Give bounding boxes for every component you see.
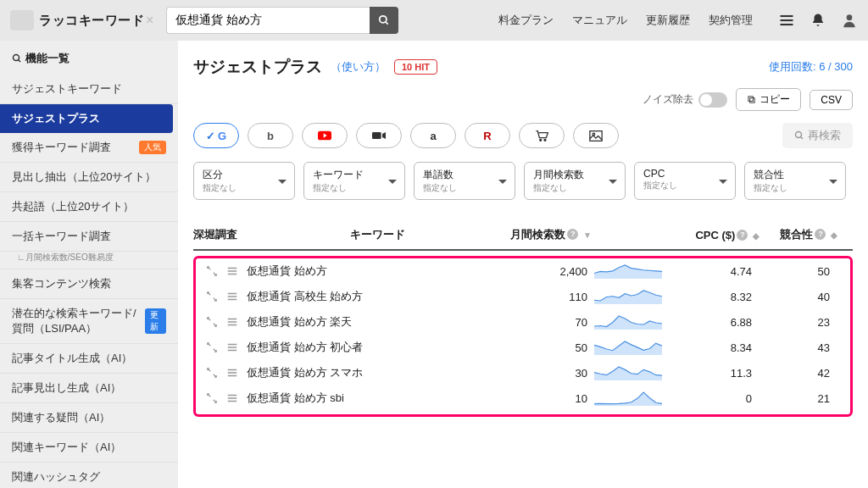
usage-count: 使用回数: 6 / 300 — [769, 59, 853, 75]
sidebar-header-label: 機能一覧 — [25, 51, 70, 66]
list-icon[interactable] — [226, 316, 238, 328]
sidebar-item-label: 関連ハッシュタグ — [12, 469, 100, 485]
filter-label: 区分 — [203, 168, 270, 182]
keyword-cell[interactable]: 仮想通貨 始め方 初心者 — [238, 340, 520, 355]
filter-select[interactable]: 単語数指定なし — [414, 162, 515, 200]
help-icon[interactable]: ? — [737, 230, 748, 241]
keyword-cell[interactable]: 仮想通貨 始め方 — [238, 263, 520, 279]
col-keyword[interactable]: キーワード — [266, 227, 488, 242]
copy-button[interactable]: コピー — [736, 88, 801, 111]
filter-select[interactable]: 区分指定なし — [193, 162, 295, 200]
nav-plan[interactable]: 料金プラン — [498, 13, 554, 28]
list-icon[interactable] — [226, 392, 238, 404]
sidebar-item[interactable]: 記事タイトル生成（AI） — [0, 344, 178, 374]
table-header: 深堀調査 キーワード 月間検索数? ▼ CPC ($)? ◆ 競合性? ◆ — [193, 220, 853, 251]
filter-value: 指定なし — [754, 182, 821, 194]
sidebar-item[interactable]: 一括キーワード調査 — [0, 222, 178, 252]
table-row: 仮想通貨 始め方 初心者508.3443 — [196, 335, 850, 360]
list-icon[interactable] — [226, 367, 238, 379]
table-row: 仮想通貨 始め方 おすすめ1000 — [196, 411, 850, 417]
keyword-cell[interactable]: 仮想通貨 始め方 楽天 — [238, 314, 520, 330]
copy-icon — [747, 95, 756, 104]
table-row: 仮想通貨 始め方2,4004.7450 — [196, 258, 850, 284]
svg-rect-9 — [748, 97, 754, 102]
csv-button[interactable]: CSV — [810, 90, 853, 110]
filter-label: 競合性 — [754, 168, 821, 182]
engine-amazon[interactable]: a — [410, 123, 456, 148]
sidebar-item[interactable]: 関連キーワード（AI） — [0, 433, 178, 463]
svg-point-12 — [540, 139, 542, 141]
engine-image[interactable] — [573, 123, 619, 148]
expand-icon[interactable] — [206, 341, 218, 353]
filter-select[interactable]: キーワード指定なし — [303, 162, 405, 200]
expand-icon[interactable] — [206, 291, 218, 302]
col-volume[interactable]: 月間検索数? ▼ — [488, 227, 598, 242]
expand-icon[interactable] — [206, 316, 218, 328]
filter-select[interactable]: CPC指定なし — [634, 162, 736, 200]
engine-youtube[interactable] — [302, 123, 348, 148]
cpc-cell: 0 — [672, 392, 765, 405]
sidebar-badge: 更新 — [145, 308, 166, 334]
bell-icon[interactable] — [810, 13, 826, 28]
research-button[interactable]: 再検索 — [782, 123, 853, 148]
filter-select[interactable]: 競合性指定なし — [744, 162, 846, 200]
keyword-cell[interactable]: 仮想通貨 始め方 スマホ — [238, 365, 520, 380]
sidebar-item-label: 集客コンテンツ検索 — [12, 276, 111, 291]
brand-logo[interactable]: ラッコキーワード — [10, 10, 144, 30]
table-row: 仮想通貨 始め方 楽天706.8823 — [196, 309, 850, 335]
keyword-cell[interactable]: 仮想通貨 始め方 おすすめ — [238, 416, 520, 417]
filter-value: 指定なし — [423, 182, 491, 194]
col-competition[interactable]: 競合性? ◆ — [768, 227, 853, 242]
filter-value: 指定なし — [533, 182, 601, 194]
sidebar-item[interactable]: サジェストプラス — [0, 104, 173, 133]
keyword-cell[interactable]: 仮想通貨 始め方 sbi — [238, 391, 520, 406]
sidebar-item[interactable]: 集客コンテンツ検索 — [0, 269, 178, 299]
volume-cell: 110 — [520, 291, 587, 303]
list-icon[interactable] — [226, 291, 238, 302]
sidebar-item[interactable]: 見出し抽出（上位20サイト） — [0, 163, 178, 192]
list-icon[interactable] — [226, 265, 238, 277]
sparkline — [594, 416, 662, 417]
search-button[interactable] — [370, 7, 398, 34]
sidebar-item[interactable]: 関連ハッシュタグ — [0, 463, 178, 488]
sidebar-item[interactable]: 獲得キーワード調査人気 — [0, 133, 178, 163]
clear-icon[interactable]: × — [146, 13, 153, 28]
engine-rakuten[interactable]: R — [465, 123, 510, 148]
sidebar-item[interactable]: 関連する疑問（AI） — [0, 403, 178, 433]
sidebar-badge: 人気 — [139, 141, 166, 154]
sidebar-item[interactable]: 共起語（上位20サイト） — [0, 192, 178, 222]
svg-line-7 — [19, 60, 21, 63]
user-icon[interactable] — [841, 12, 858, 29]
list-icon[interactable] — [226, 341, 238, 353]
sidebar-item-label: 関連キーワード（AI） — [12, 440, 121, 455]
noise-toggle[interactable] — [698, 92, 727, 108]
col-cpc[interactable]: CPC ($)? ◆ — [675, 229, 768, 241]
expand-icon[interactable] — [206, 367, 218, 379]
keyword-cell[interactable]: 仮想通貨 高校生 始め方 — [238, 289, 520, 304]
expand-icon[interactable] — [206, 265, 218, 277]
svg-point-6 — [14, 55, 19, 61]
engine-video[interactable] — [356, 123, 402, 148]
menu-icon[interactable] — [778, 12, 795, 29]
nav-manual[interactable]: マニュアル — [572, 13, 627, 28]
noise-label: ノイズ除去 — [643, 92, 693, 107]
howto-link[interactable]: （使い方） — [331, 59, 386, 75]
sidebar-item-label: 関連する疑問（AI） — [12, 410, 110, 425]
sidebar-item[interactable]: サジェストキーワード — [0, 75, 178, 104]
sidebar-item-label: 記事タイトル生成（AI） — [12, 351, 132, 366]
filter-select[interactable]: 月間検索数指定なし — [524, 162, 626, 200]
competition-cell: 40 — [765, 291, 850, 303]
nav-history[interactable]: 更新履歴 — [646, 13, 690, 28]
engine-bing[interactable]: b — [248, 123, 293, 148]
sort-icon: ◆ — [831, 230, 837, 240]
search-input[interactable] — [166, 7, 370, 34]
sidebar-item[interactable]: 記事見出し生成（AI） — [0, 374, 178, 403]
nav-contract[interactable]: 契約管理 — [709, 13, 753, 28]
engine-shopping[interactable] — [519, 123, 565, 148]
help-icon[interactable]: ? — [815, 229, 826, 240]
help-icon[interactable]: ? — [567, 229, 578, 240]
svg-line-1 — [386, 22, 388, 25]
expand-icon[interactable] — [206, 392, 218, 404]
sidebar-item[interactable]: 潜在的な検索キーワード/質問（LSI/PAA）更新 — [0, 299, 178, 344]
engine-google[interactable]: G — [193, 123, 239, 148]
